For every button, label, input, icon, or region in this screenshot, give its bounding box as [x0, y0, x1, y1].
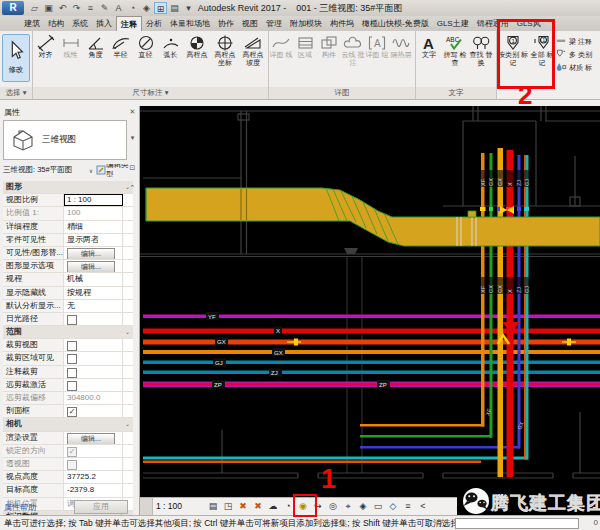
worksharing-display-icon[interactable]: ◇	[386, 500, 400, 513]
dim-spotcoord-button[interactable]: 高程点 坐标	[211, 31, 239, 66]
drawing-canvas[interactable]: YF X GX GX GJ ZJ ZP ZP XF GX GX X ZJ GJ …	[140, 106, 600, 515]
property-value-rendering-settings[interactable]: 编辑...	[64, 432, 123, 444]
unlock-view-icon[interactable]: ◈	[356, 500, 370, 513]
detail-line-button[interactable]: 详图 线	[269, 31, 293, 59]
ribbon-tab-9[interactable]: 视图	[238, 16, 262, 31]
property-value-parts-visibility[interactable]: 显示两者	[64, 234, 123, 246]
view-scale-control[interactable]: 1 : 100	[156, 501, 182, 511]
open-icon[interactable]: ▱	[28, 2, 41, 14]
undo-icon[interactable]: ↶	[56, 2, 69, 14]
property-value-default-analysis-display[interactable]: 无	[64, 300, 123, 312]
property-value-sun-path[interactable]	[64, 313, 123, 325]
property-value-detail-level[interactable]: 精细	[64, 221, 123, 233]
ribbon-tab-2[interactable]: 结构	[44, 16, 68, 31]
visual-style-icon[interactable]: ✖	[236, 500, 250, 513]
riser-4[interactable]	[507, 150, 514, 477]
property-value-show-hidden-lines[interactable]: 按规程	[64, 287, 123, 299]
sun-path-checkbox[interactable]	[67, 315, 77, 325]
detail-group-button[interactable]: A详图 组	[365, 31, 389, 59]
ribbon-tab-5[interactable]: 注释	[116, 16, 142, 31]
section-extents[interactable]: 范围⌄	[3, 326, 133, 339]
edit-type-mini-icon[interactable]: ⊡	[130, 164, 136, 176]
instance-selector[interactable]: 三维视图: 35#平面图	[3, 165, 87, 175]
ribbon-tab-1[interactable]: 建筑	[20, 16, 44, 31]
scale-icon[interactable]: ▤	[206, 500, 220, 513]
section-icon[interactable]: ◈	[140, 2, 153, 14]
dim-spotslope-button[interactable]: 高程点 坡度	[239, 31, 267, 66]
crop-view-icon[interactable]: ◎	[326, 500, 340, 513]
sun-path-icon[interactable]: ✖	[251, 500, 265, 513]
property-value-target-elevation[interactable]: -2379.8	[64, 484, 123, 496]
dimension-panel-label[interactable]: 尺寸标注 ▾	[33, 87, 268, 99]
pipe-x[interactable]	[143, 329, 600, 334]
property-value-discipline[interactable]: 机械	[64, 273, 123, 285]
thin-lines-toggle-icon[interactable]: ⊞	[154, 2, 167, 14]
save-icon[interactable]: ▣	[42, 2, 55, 14]
crop-view-checkbox[interactable]	[67, 341, 77, 351]
constraints-icon[interactable]: ≡	[401, 500, 415, 513]
text-button[interactable]: A文字	[416, 31, 442, 59]
temporary-view-properties-icon[interactable]: ▭	[371, 500, 385, 513]
measure-icon[interactable]: ≡	[84, 2, 97, 14]
annotation-crop-checkbox[interactable]	[67, 368, 77, 378]
riser-3[interactable]	[498, 148, 504, 477]
riser-6[interactable]	[525, 155, 528, 460]
close-icon[interactable]: ✕	[130, 108, 136, 120]
ribbon-tab-4[interactable]: 插入	[92, 16, 116, 31]
material-tag-button[interactable]: 材质 标	[555, 61, 592, 74]
revision-cloud-button[interactable]: 云线 批注	[341, 31, 365, 66]
apply-button[interactable]: 应用	[74, 500, 128, 514]
spell-check-button[interactable]: ABC拼写 检查	[442, 31, 468, 66]
rendering-settings-edit-button[interactable]: 编辑...	[67, 433, 115, 444]
dim-angle-button[interactable]: 角度	[83, 31, 108, 59]
dim-arclen-button[interactable]: 弧长	[158, 31, 183, 59]
ribbon-tab-11[interactable]: 附加模块	[286, 16, 326, 31]
pipe-zj[interactable]	[143, 371, 600, 375]
property-value-view-scale[interactable]: 1 : 100	[64, 194, 123, 206]
chevron-down-icon[interactable]: ▾	[131, 134, 135, 146]
type-selector[interactable]: 三维视图	[3, 120, 127, 160]
property-value-eye-elevation[interactable]: 37725.2	[64, 471, 123, 483]
property-value-crop-region-visible[interactable]	[64, 352, 123, 364]
shadows-icon[interactable]: ☁	[266, 500, 280, 513]
properties-help-link[interactable]: 属性帮助	[4, 502, 36, 513]
property-value-annotation-crop[interactable]	[64, 366, 123, 378]
ribbon-tab-7[interactable]: 体量和场地	[166, 16, 214, 31]
riser-5[interactable]	[518, 155, 521, 449]
property-value-visibility-graphics-overrides[interactable]: 编辑...	[64, 247, 123, 259]
ribbon-tab-8[interactable]: 协作	[214, 16, 238, 31]
selector-chevron-icon[interactable]: ∨	[89, 167, 93, 174]
component-button[interactable]: 构件	[317, 31, 341, 59]
ribbon-tab-14[interactable]: GLS土建	[433, 16, 473, 31]
section-graphics[interactable]: 图形⌄	[3, 181, 133, 194]
dim-linear-button[interactable]: 线性	[58, 31, 83, 59]
far-clip-active-checkbox[interactable]	[67, 381, 77, 391]
ribbon-tab-12[interactable]: 构件坞	[326, 16, 358, 31]
property-value-section-box[interactable]: ✓	[64, 405, 123, 417]
beam-annotation-button[interactable]: 梁 注释	[555, 35, 592, 48]
visibility-graphics-overrides-edit-button[interactable]: 编辑...	[67, 248, 115, 259]
selection-filter-icon[interactable]: ▽	[437, 518, 443, 527]
pipe-gj[interactable]	[143, 361, 600, 365]
dim-diameter-button[interactable]: 直径	[133, 31, 158, 59]
ribbon-tab-3[interactable]: 系统	[68, 16, 92, 31]
pipe-gx2[interactable]	[143, 350, 600, 354]
dim-spot-button[interactable]: 高程点	[183, 31, 211, 59]
expand-icon[interactable]: <	[416, 500, 430, 513]
property-value-graphic-display-options[interactable]: 编辑...	[64, 260, 123, 272]
qat-dropdown-icon[interactable]: ▾	[182, 2, 195, 14]
select-panel-label[interactable]: 选择 ▾	[0, 87, 32, 99]
application-menu-button[interactable]: R	[2, 1, 24, 15]
graphic-display-options-edit-button[interactable]: 编辑...	[67, 261, 115, 272]
dim-radius-button[interactable]: 半径	[108, 31, 133, 59]
pipe-gx1[interactable]	[143, 340, 600, 345]
find-replace-button[interactable]: 查找 替换	[468, 31, 494, 66]
property-value-crop-view[interactable]	[64, 339, 123, 351]
ribbon-tab-10[interactable]: 管理	[262, 16, 286, 31]
sheet-icon[interactable]: ▤	[168, 2, 181, 14]
text-panel-label[interactable]: 文字	[416, 87, 496, 99]
riser-2[interactable]	[490, 153, 493, 438]
detail-panel-label[interactable]: 详图	[269, 87, 415, 99]
chevron-up-icon[interactable]: ⌃	[130, 184, 136, 196]
multi-category-tag-button[interactable]: 多 类别	[555, 48, 592, 61]
